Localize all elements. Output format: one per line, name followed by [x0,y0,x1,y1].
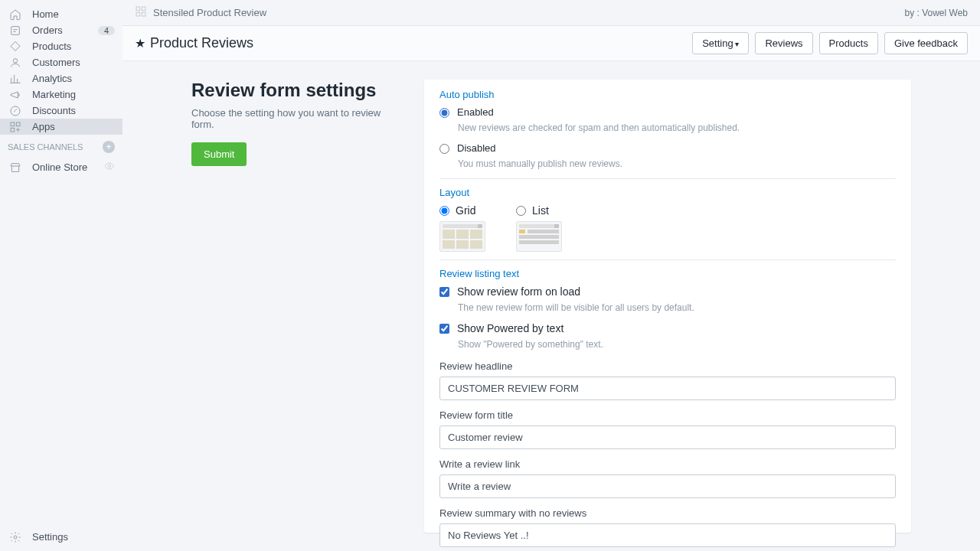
svg-rect-4 [16,122,20,126]
layout-grid-preview [439,221,485,252]
settings-card: Auto publish Enabled New reviews are che… [424,80,911,533]
page-title: Product Reviews [150,35,253,51]
settings-subtitle: Choose the setting how you want to revie… [191,107,406,130]
nav-label: Discounts [32,105,115,116]
nav-analytics[interactable]: Analytics [0,70,122,86]
byline: by : Vowel Web [905,8,969,18]
sidebar: Home Orders 4 Products Customers Analyti… [0,0,122,551]
cb-label: Show review form on load [457,285,580,298]
user-icon [8,55,23,70]
layout-list-preview [516,221,562,252]
radio-label: Grid [456,204,475,217]
auto-publish-title: Auto publish [439,89,896,100]
no-reviews-label: Review summary with no reviews [439,507,896,519]
svg-rect-0 [11,26,20,34]
section-label: SALES CHANNELS [8,142,83,152]
header-actions: Setting Reviews Products Give feedback [692,32,968,54]
svg-point-1 [13,58,17,62]
home-icon [8,7,23,22]
sales-channels-header: SALES CHANNELS + [0,135,122,159]
svg-rect-8 [136,7,140,11]
nav-products[interactable]: Products [0,38,122,54]
write-review-input[interactable] [439,474,896,498]
no-reviews-input[interactable] [439,523,896,547]
settings-title: Review form settings [191,80,406,101]
add-channel-icon[interactable]: + [103,141,115,153]
nav-label: Customers [32,57,115,68]
review-headline-label: Review headline [439,360,896,372]
svg-rect-10 [136,12,140,16]
tag-icon [8,39,23,54]
nav-label: Analytics [32,73,115,84]
radio-hint: New reviews are checked for spam and the… [458,121,896,135]
nav-label: Settings [32,531,115,543]
orders-icon [8,23,23,38]
radio-hint: You must manually publish new reviews. [458,157,896,171]
main: Stensiled Product Review by : Vowel Web … [122,0,980,551]
cb-label: Show Powered by text [457,322,564,334]
auto-publish-disabled-radio[interactable] [439,144,449,154]
radio-label: List [532,204,549,217]
submit-button[interactable]: Submit [191,142,247,166]
svg-rect-9 [142,7,145,11]
review-headline-input[interactable] [439,377,896,400]
review-listing-title: Review listing text [439,268,896,279]
layout-grid-radio[interactable] [439,206,449,216]
nav-discounts[interactable]: Discounts [0,103,122,119]
auto-publish-enabled-radio[interactable] [439,108,449,118]
page-header: ★ Product Reviews Setting Reviews Produc… [122,26,980,61]
star-icon: ★ [135,36,145,51]
gear-icon [8,530,23,545]
svg-point-6 [108,165,111,168]
settings-intro: Review form settings Choose the setting … [191,80,406,533]
svg-rect-11 [142,12,145,16]
show-form-checkbox[interactable] [439,287,449,297]
show-powered-checkbox[interactable] [439,324,449,334]
nav-customers[interactable]: Customers [0,54,122,70]
radio-label: Enabled [457,106,494,118]
cb-hint: The new review form will be visible for … [458,301,896,315]
nav-online-store[interactable]: Online Store [0,159,122,175]
nav-apps[interactable]: Apps [0,119,122,135]
apps-icon [8,119,23,135]
review-form-title-input[interactable] [439,425,896,449]
nav-label: Marketing [32,89,115,100]
nav-label: Apps [32,121,115,132]
nav-home[interactable]: Home [0,6,122,22]
nav-label: Online Store [32,161,95,173]
svg-rect-3 [11,122,15,126]
nav-label: Home [32,8,115,20]
nav-settings[interactable]: Settings [0,529,122,545]
layout-list-radio[interactable] [516,206,526,216]
megaphone-icon [8,87,23,103]
divider [439,259,896,260]
nav-orders[interactable]: Orders 4 [0,22,122,38]
app-name: Stensiled Product Review [153,7,266,18]
layout-title: Layout [439,187,896,198]
feedback-button[interactable]: Give feedback [884,32,968,54]
orders-badge: 4 [98,26,115,35]
review-form-title-label: Review form title [439,409,896,421]
write-review-label: Write a review link [439,458,896,470]
radio-label: Disabled [457,142,496,154]
reviews-button[interactable]: Reviews [755,32,812,54]
eye-icon[interactable] [104,161,115,174]
chart-icon [8,71,23,86]
topbar: Stensiled Product Review by : Vowel Web [122,0,980,26]
products-button[interactable]: Products [819,32,878,54]
app-icon [135,5,147,20]
svg-point-7 [14,536,17,539]
divider [439,178,896,179]
nav-label: Orders [32,24,89,36]
nav-marketing[interactable]: Marketing [0,86,122,103]
cb-hint: Show "Powered by something" text. [458,337,896,351]
svg-rect-5 [11,128,15,132]
nav-label: Products [32,41,115,52]
discount-icon [8,103,23,119]
setting-dropdown[interactable]: Setting [692,32,749,54]
store-icon [8,160,23,175]
content: Review form settings Choose the setting … [122,61,980,551]
